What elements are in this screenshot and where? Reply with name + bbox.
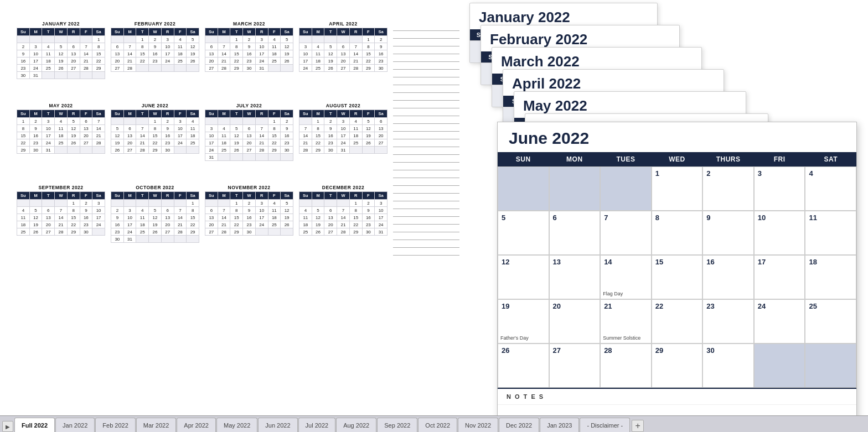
june-calendar-cell: 20 (549, 299, 601, 343)
calendar-day: 9 (17, 50, 30, 58)
calendar-day (136, 200, 149, 207)
calendar-day: 15 (312, 132, 324, 139)
sheet-tab[interactable]: Sep 2022 (377, 418, 417, 432)
calendar-day: 30 (80, 228, 92, 236)
calendar-day: 20 (123, 139, 136, 147)
calendar-day: 20 (324, 221, 337, 228)
calendar-day: 2 (375, 36, 388, 43)
calendar-day: 24 (205, 147, 218, 154)
calendar-day: 24 (161, 58, 174, 65)
calendar-day (187, 236, 199, 243)
calendar-day: 14 (136, 132, 149, 139)
day-header: R (161, 192, 174, 200)
day-header: F (174, 110, 187, 118)
calendar-day (268, 65, 281, 72)
calendar-day: 25 (312, 65, 324, 72)
day-header: T (324, 192, 337, 200)
calendar-day: 10 (42, 125, 55, 132)
sheet-tab[interactable]: Nov 2022 (458, 418, 498, 432)
calendar-day (123, 36, 136, 43)
calendar-day: 16 (243, 214, 256, 221)
calendar-day (337, 36, 350, 43)
calendar-day: 15 (230, 214, 243, 221)
calendar-day: 29 (67, 228, 80, 236)
sheet-tab[interactable]: Aug 2022 (336, 418, 376, 432)
calendar-day: 18 (349, 132, 362, 139)
calendar-day: 18 (218, 139, 230, 147)
notes-line (393, 194, 459, 201)
calendar-day (42, 36, 55, 43)
calendar-day: 3 (161, 36, 174, 43)
day-header: Sa (375, 28, 388, 36)
sheet-tab[interactable]: - Disclaimer - (580, 418, 630, 432)
calendar-day: 27 (42, 228, 55, 236)
calendar-day: 4 (174, 36, 187, 43)
sheet-tab[interactable]: Full 2022 (14, 418, 55, 432)
notes-line (393, 124, 459, 132)
sheet-tab[interactable]: Oct 2022 (418, 418, 457, 432)
calendar-day (205, 200, 218, 207)
calendar-day: 13 (161, 214, 174, 221)
calendar-day: 18 (17, 221, 30, 228)
calendar-day: 23 (281, 139, 293, 147)
sheet-tab[interactable]: Dec 2022 (499, 418, 539, 432)
calendar-day: 9 (362, 207, 375, 214)
sheet-tab[interactable]: Feb 2022 (95, 418, 135, 432)
calendar-day: 15 (349, 214, 362, 221)
calendar-day: 15 (67, 214, 80, 221)
sheet-tab[interactable]: Jan 2023 (540, 418, 579, 432)
calendar-day: 18 (55, 132, 68, 139)
june-calendar-cell: 23 (702, 299, 754, 343)
calendar-day: 23 (149, 58, 162, 65)
calendar-day (362, 147, 375, 154)
day-header: F (362, 192, 375, 200)
calendar-day: 17 (92, 214, 105, 221)
calendar-day: 13 (205, 214, 218, 221)
calendar-day (17, 200, 30, 207)
calendar-day: 31 (255, 65, 268, 72)
calendar-day: 1 (136, 36, 149, 43)
day-header: T (324, 28, 337, 36)
day-header: Sa (281, 28, 293, 36)
day-header: F (80, 110, 92, 118)
june-calendar-cell: 7 (600, 211, 652, 255)
calendar-day: 1 (312, 118, 324, 125)
calendar-day: 3 (205, 125, 218, 132)
calendar-day: 5 (67, 118, 80, 125)
june-calendar-cell: 12 (498, 255, 549, 299)
calendar-day: 26 (324, 65, 337, 72)
tab-nav-prev[interactable]: ▶ (2, 421, 13, 432)
calendar-day: 7 (92, 118, 105, 125)
calendar-day: 21 (80, 58, 92, 65)
sheet-tab[interactable]: May 2022 (216, 418, 257, 432)
day-header: R (161, 28, 174, 36)
day-header: Su (299, 192, 312, 200)
sheet-tab[interactable]: Jan 2022 (55, 418, 95, 432)
calendar-day (67, 72, 80, 79)
tab-add-button[interactable]: + (632, 420, 644, 432)
calendar-day: 27 (375, 139, 388, 147)
calendar-day: 20 (42, 221, 55, 228)
sheet-tab[interactable]: Apr 2022 (177, 418, 216, 432)
calendar-day: 18 (174, 50, 187, 58)
calendar-day: 5 (187, 36, 199, 43)
sheet-tab[interactable]: Jul 2022 (298, 418, 336, 432)
calendar-day: 25 (42, 65, 55, 72)
calendar-day: 7 (255, 125, 268, 132)
calendar-day: 28 (218, 228, 230, 236)
calendar-day (349, 36, 362, 43)
calendar-day: 5 (55, 43, 68, 50)
calendar-day: 1 (362, 36, 375, 43)
calendar-day: 3 (375, 200, 388, 207)
sheet-tab[interactable]: Jun 2022 (258, 418, 297, 432)
calendar-day: 21 (218, 221, 230, 228)
sheet-tab[interactable]: Mar 2022 (136, 418, 176, 432)
day-header: M (312, 28, 324, 36)
calendar-day: 7 (136, 125, 149, 132)
calendar-day: 3 (255, 200, 268, 207)
event-label: Father's Day (500, 335, 529, 341)
calendar-day: 30 (29, 147, 42, 154)
day-header: M (29, 28, 42, 36)
day-header: F (268, 110, 281, 118)
calendar-day: 25 (268, 58, 281, 65)
